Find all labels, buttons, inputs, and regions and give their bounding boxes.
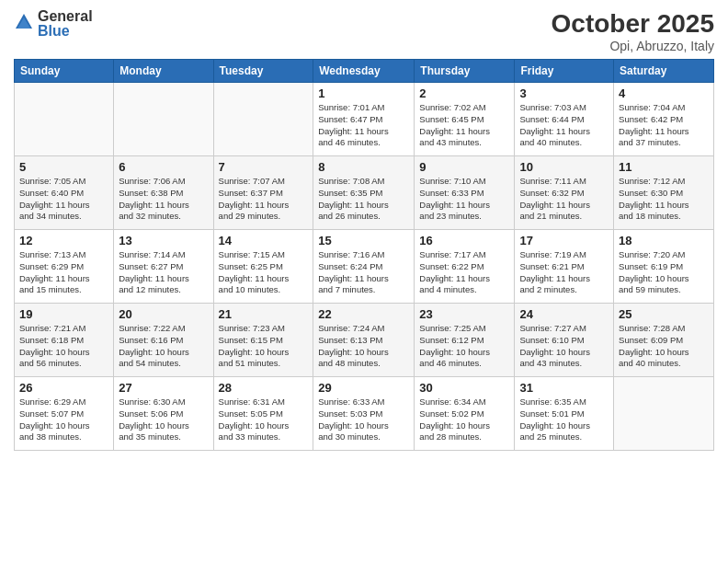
calendar-cell: 20Sunrise: 7:22 AM Sunset: 6:16 PM Dayli… (114, 304, 213, 377)
day-info: Sunrise: 6:30 AM Sunset: 5:06 PM Dayligh… (119, 396, 208, 443)
day-info: Sunrise: 7:23 AM Sunset: 6:15 PM Dayligh… (219, 323, 309, 370)
weekday-header-monday: Monday (114, 60, 213, 83)
calendar-cell (213, 83, 313, 156)
calendar-week-5: 26Sunrise: 6:29 AM Sunset: 5:07 PM Dayli… (15, 377, 714, 451)
logo-blue-text: Blue (38, 24, 93, 39)
calendar-cell: 30Sunrise: 6:34 AM Sunset: 5:02 PM Dayli… (415, 377, 515, 451)
calendar-cell: 24Sunrise: 7:27 AM Sunset: 6:10 PM Dayli… (515, 304, 614, 377)
logo-general-text: General (38, 9, 93, 24)
page-container: General Blue October 2025 Opi, Abruzzo, … (0, 0, 728, 455)
location-title: Opi, Abruzzo, Italy (552, 39, 714, 53)
day-number: 2 (419, 86, 509, 100)
day-number: 27 (119, 381, 208, 395)
day-number: 26 (19, 381, 108, 395)
day-number: 9 (419, 160, 509, 174)
day-number: 18 (619, 234, 709, 247)
calendar-week-4: 19Sunrise: 7:21 AM Sunset: 6:18 PM Dayli… (15, 304, 714, 377)
day-number: 5 (19, 160, 108, 174)
logo-icon (14, 12, 34, 36)
day-number: 30 (419, 381, 509, 395)
day-number: 1 (318, 86, 409, 100)
day-info: Sunrise: 7:22 AM Sunset: 6:16 PM Dayligh… (119, 323, 208, 370)
day-info: Sunrise: 7:28 AM Sunset: 6:09 PM Dayligh… (619, 323, 709, 370)
day-info: Sunrise: 7:13 AM Sunset: 6:29 PM Dayligh… (19, 249, 108, 296)
title-area: October 2025 Opi, Abruzzo, Italy (552, 9, 714, 53)
calendar-cell: 7Sunrise: 7:07 AM Sunset: 6:37 PM Daylig… (213, 156, 313, 230)
day-info: Sunrise: 7:17 AM Sunset: 6:22 PM Dayligh… (419, 249, 509, 296)
day-number: 7 (219, 160, 309, 174)
day-info: Sunrise: 7:03 AM Sunset: 6:44 PM Dayligh… (519, 102, 609, 149)
calendar-week-1: 1Sunrise: 7:01 AM Sunset: 6:47 PM Daylig… (15, 83, 714, 156)
day-info: Sunrise: 7:12 AM Sunset: 6:30 PM Dayligh… (619, 176, 709, 223)
day-info: Sunrise: 7:21 AM Sunset: 6:18 PM Dayligh… (19, 323, 108, 370)
calendar-cell: 13Sunrise: 7:14 AM Sunset: 6:27 PM Dayli… (114, 230, 213, 304)
day-info: Sunrise: 7:02 AM Sunset: 6:45 PM Dayligh… (419, 102, 509, 149)
day-info: Sunrise: 6:33 AM Sunset: 5:03 PM Dayligh… (318, 396, 409, 443)
weekday-header-tuesday: Tuesday (213, 60, 313, 83)
day-number: 23 (419, 307, 509, 321)
calendar-cell: 16Sunrise: 7:17 AM Sunset: 6:22 PM Dayli… (415, 230, 515, 304)
calendar-cell: 6Sunrise: 7:06 AM Sunset: 6:38 PM Daylig… (114, 156, 213, 230)
weekday-header-wednesday: Wednesday (313, 60, 415, 83)
day-number: 16 (419, 234, 509, 247)
calendar-cell: 8Sunrise: 7:08 AM Sunset: 6:35 PM Daylig… (313, 156, 415, 230)
day-number: 12 (19, 234, 108, 247)
day-number: 13 (119, 234, 208, 247)
day-number: 11 (619, 160, 709, 174)
day-info: Sunrise: 7:07 AM Sunset: 6:37 PM Dayligh… (219, 176, 309, 223)
calendar-cell (114, 83, 213, 156)
calendar-week-3: 12Sunrise: 7:13 AM Sunset: 6:29 PM Dayli… (15, 230, 714, 304)
calendar-cell (614, 377, 714, 451)
calendar-table: SundayMondayTuesdayWednesdayThursdayFrid… (14, 59, 714, 451)
weekday-header-saturday: Saturday (614, 60, 714, 83)
logo: General Blue (14, 9, 93, 39)
calendar-cell: 21Sunrise: 7:23 AM Sunset: 6:15 PM Dayli… (213, 304, 313, 377)
calendar-cell: 26Sunrise: 6:29 AM Sunset: 5:07 PM Dayli… (15, 377, 114, 451)
calendar-cell: 28Sunrise: 6:31 AM Sunset: 5:05 PM Dayli… (213, 377, 313, 451)
weekday-header-sunday: Sunday (15, 60, 114, 83)
calendar-cell: 17Sunrise: 7:19 AM Sunset: 6:21 PM Dayli… (515, 230, 614, 304)
day-number: 28 (219, 381, 309, 395)
day-number: 14 (219, 234, 309, 247)
day-info: Sunrise: 6:29 AM Sunset: 5:07 PM Dayligh… (19, 396, 108, 443)
day-info: Sunrise: 7:14 AM Sunset: 6:27 PM Dayligh… (119, 249, 208, 296)
day-info: Sunrise: 6:31 AM Sunset: 5:05 PM Dayligh… (219, 396, 309, 443)
day-info: Sunrise: 7:24 AM Sunset: 6:13 PM Dayligh… (318, 323, 409, 370)
calendar-cell: 25Sunrise: 7:28 AM Sunset: 6:09 PM Dayli… (614, 304, 714, 377)
month-title: October 2025 (552, 9, 714, 39)
calendar-cell: 10Sunrise: 7:11 AM Sunset: 6:32 PM Dayli… (515, 156, 614, 230)
day-info: Sunrise: 6:34 AM Sunset: 5:02 PM Dayligh… (419, 396, 509, 443)
calendar-cell (15, 83, 114, 156)
calendar-cell: 12Sunrise: 7:13 AM Sunset: 6:29 PM Dayli… (15, 230, 114, 304)
calendar-cell: 18Sunrise: 7:20 AM Sunset: 6:19 PM Dayli… (614, 230, 714, 304)
day-number: 24 (519, 307, 609, 321)
day-info: Sunrise: 7:04 AM Sunset: 6:42 PM Dayligh… (619, 102, 709, 149)
calendar-cell: 22Sunrise: 7:24 AM Sunset: 6:13 PM Dayli… (313, 304, 415, 377)
day-info: Sunrise: 7:01 AM Sunset: 6:47 PM Dayligh… (318, 102, 409, 149)
day-info: Sunrise: 7:19 AM Sunset: 6:21 PM Dayligh… (519, 249, 609, 296)
calendar-cell: 1Sunrise: 7:01 AM Sunset: 6:47 PM Daylig… (313, 83, 415, 156)
calendar-cell: 4Sunrise: 7:04 AM Sunset: 6:42 PM Daylig… (614, 83, 714, 156)
calendar-cell: 5Sunrise: 7:05 AM Sunset: 6:40 PM Daylig… (15, 156, 114, 230)
calendar-cell: 9Sunrise: 7:10 AM Sunset: 6:33 PM Daylig… (415, 156, 515, 230)
day-number: 19 (19, 307, 108, 321)
weekday-header-friday: Friday (515, 60, 614, 83)
day-number: 15 (318, 234, 409, 247)
day-info: Sunrise: 7:05 AM Sunset: 6:40 PM Dayligh… (19, 176, 108, 223)
day-info: Sunrise: 7:25 AM Sunset: 6:12 PM Dayligh… (419, 323, 509, 370)
day-info: Sunrise: 7:16 AM Sunset: 6:24 PM Dayligh… (318, 249, 409, 296)
day-info: Sunrise: 7:10 AM Sunset: 6:33 PM Dayligh… (419, 176, 509, 223)
day-info: Sunrise: 7:06 AM Sunset: 6:38 PM Dayligh… (119, 176, 208, 223)
day-number: 21 (219, 307, 309, 321)
day-number: 25 (619, 307, 709, 321)
calendar-cell: 29Sunrise: 6:33 AM Sunset: 5:03 PM Dayli… (313, 377, 415, 451)
day-info: Sunrise: 7:15 AM Sunset: 6:25 PM Dayligh… (219, 249, 309, 296)
day-number: 4 (619, 86, 709, 100)
day-number: 17 (519, 234, 609, 247)
calendar-cell: 11Sunrise: 7:12 AM Sunset: 6:30 PM Dayli… (614, 156, 714, 230)
calendar-cell: 2Sunrise: 7:02 AM Sunset: 6:45 PM Daylig… (415, 83, 515, 156)
calendar-cell: 27Sunrise: 6:30 AM Sunset: 5:06 PM Dayli… (114, 377, 213, 451)
day-number: 29 (318, 381, 409, 395)
day-info: Sunrise: 7:20 AM Sunset: 6:19 PM Dayligh… (619, 249, 709, 296)
day-number: 10 (519, 160, 609, 174)
